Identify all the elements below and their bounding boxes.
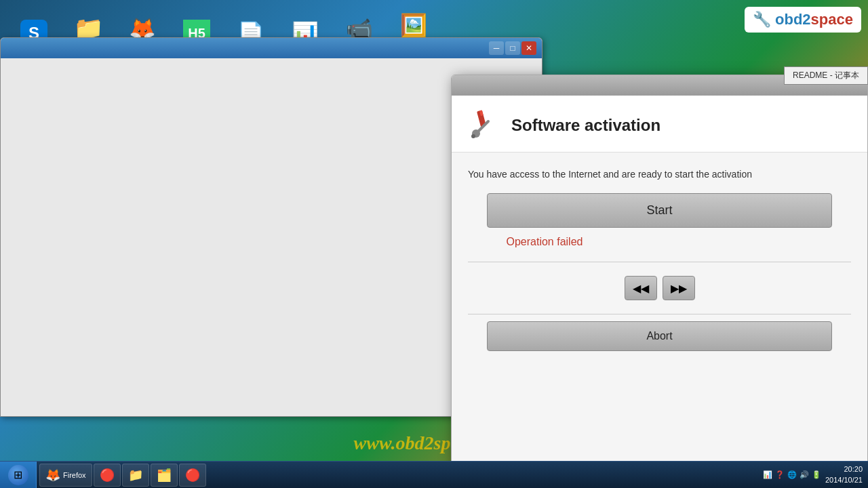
abort-button[interactable]: Abort (487, 321, 832, 351)
back-icon: ◀◀ (633, 282, 649, 295)
dialog-divider-2 (468, 314, 851, 314)
dialog-description: You have access to the Internet and are … (468, 169, 851, 180)
forward-icon: ▶▶ (671, 282, 687, 295)
dialog-body: You have access to the Internet and are … (452, 152, 867, 367)
tray-help-icon: ❓ (775, 470, 785, 479)
activation-dialog: Software activation You have access to t… (451, 75, 868, 468)
forward-button[interactable]: ▶▶ (663, 276, 695, 300)
svg-point-4 (471, 134, 475, 138)
sys-tray: 📊 ❓ 🌐 🔊 🔋 (763, 470, 821, 479)
close-button[interactable]: ✕ (521, 41, 536, 55)
explorer-titlebar: ─ □ ✕ (1, 38, 542, 58)
window-controls: ─ □ ✕ (489, 41, 536, 55)
readme-hint-text: README - 记事本 (793, 70, 859, 80)
obd2-space-text: space (811, 11, 853, 28)
autocom-icon: 🖼️ (400, 12, 427, 39)
clock: 20:20 2014/10/21 (825, 464, 863, 485)
dialog-tool-icon (468, 109, 500, 142)
taskbar-stop-icon: 🔴 (185, 468, 200, 483)
taskbar-folder[interactable]: 🗂️ (151, 464, 178, 487)
taskbar-explorer-icon: 📁 (128, 468, 143, 483)
back-button[interactable]: ◀◀ (625, 276, 657, 300)
taskbar-firefox-label: Firefox (63, 471, 86, 479)
clock-date: 2014/10/21 (825, 475, 863, 485)
maximize-button[interactable]: □ (505, 41, 520, 55)
taskbar-antivirus-icon: 🔴 (100, 468, 115, 483)
clock-time: 20:20 (825, 464, 863, 474)
taskbar-right: 📊 ❓ 🌐 🔊 🔋 20:20 2014/10/21 (757, 462, 868, 489)
tray-wps-icon: 📊 (763, 470, 772, 479)
dialog-nav-buttons: ◀◀ ▶▶ (468, 276, 851, 300)
dialog-divider-1 (468, 262, 851, 262)
taskbar-items: 🦊 Firefox 🔴 📁 🗂️ 🔴 (37, 462, 757, 489)
operation-failed-text: Operation failed (468, 236, 851, 248)
taskbar-explorer[interactable]: 📁 (122, 464, 149, 487)
taskbar-firefox-icon: 🦊 (45, 468, 60, 483)
taskbar-folder-icon: 🗂️ (157, 468, 172, 483)
obd2-logo-text: obd2 (775, 11, 811, 28)
tray-battery-icon: 🔋 (812, 470, 821, 479)
start-button[interactable]: Start (487, 193, 832, 228)
desktop: 🔧 obd2space README - 记事本 S 📁 图片 🦊 Firefo… (0, 0, 868, 488)
taskbar: ⊞ 🦊 Firefox 🔴 📁 🗂️ 🔴 📊 ❓ (0, 461, 868, 488)
tray-network-icon: 🌐 (787, 470, 797, 479)
taskbar-stop[interactable]: 🔴 (179, 464, 206, 487)
readme-hint: README - 记事本 (784, 66, 868, 85)
tray-volume-icon: 🔊 (800, 470, 809, 479)
taskbar-antivirus[interactable]: 🔴 (94, 464, 121, 487)
start-orb: ⊞ (8, 465, 28, 485)
taskbar-firefox[interactable]: 🦊 Firefox (39, 464, 92, 487)
minimize-button[interactable]: ─ (489, 41, 504, 55)
dialog-header: Software activation (452, 96, 867, 152)
start-button-taskbar[interactable]: ⊞ (0, 462, 37, 489)
dialog-title-text: Software activation (511, 116, 660, 135)
obd2-logo: 🔧 obd2space (745, 7, 861, 33)
